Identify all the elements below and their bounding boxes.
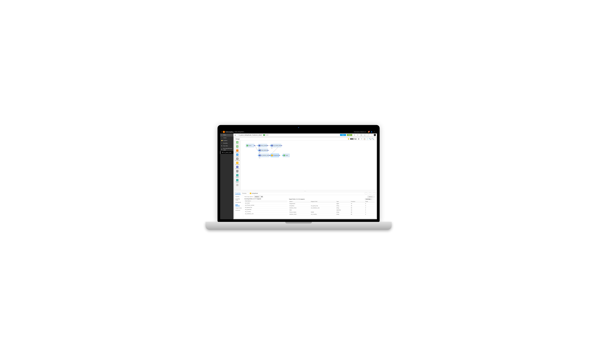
port-out[interactable] <box>281 145 282 146</box>
palette-filter[interactable]: ▽Filter <box>234 169 240 174</box>
sidetab-field-mapping[interactable]: Field Mapping <box>234 204 243 207</box>
layout-view-1-icon[interactable] <box>365 192 367 194</box>
sidetab-deduplicate[interactable]: Deduplicate <box>234 201 243 204</box>
kebab-menu-icon[interactable]: ⋮ <box>370 134 373 136</box>
close-icon[interactable]: ✕ <box>374 134 376 136</box>
port-out[interactable] <box>269 155 270 156</box>
zoom-out-icon[interactable]: 🔍- <box>372 138 375 140</box>
user-icon[interactable]: 👤 <box>370 131 373 133</box>
port-in[interactable] <box>258 155 259 156</box>
table-row[interactable]: out_Phone_number <box>244 204 287 206</box>
table-row[interactable]: Person_NameNAMEstring800 <box>289 211 375 213</box>
hierarchy-builder-icon: ⌬ <box>236 174 238 176</box>
delete-icon[interactable]: 🗑 <box>357 138 360 140</box>
undo-icon[interactable]: ⟲ <box>353 134 356 136</box>
copy-icon[interactable]: 📋 <box>363 138 366 140</box>
node-parse-address[interactable]: Parse_address f(x) ▸ <box>258 149 268 152</box>
table-row[interactable]: GroupKeyout_group_keystring300 <box>289 205 375 207</box>
col-precision[interactable]: Precision <box>350 200 365 203</box>
table-row[interactable]: out_postcode <box>244 208 287 211</box>
palette-hierarchy-builder[interactable]: ⌬Hierarchy Builder <box>234 174 240 178</box>
run-button[interactable]: Run <box>347 134 352 136</box>
sidebar-item-new[interactable]: ＋New... <box>220 134 234 136</box>
table-kebab-icon[interactable]: ⋮ <box>373 198 375 200</box>
sidebar-item-explore[interactable]: 📁Explore <box>220 139 234 142</box>
table-row[interactable]: Datedate/time299 <box>289 209 375 211</box>
sidebar-item-myjobs[interactable]: 🗎My Jobs <box>220 144 234 147</box>
lightbulb-icon[interactable]: 💡 <box>347 138 350 140</box>
table-row[interactable]: Address_Part1out_Address_Linestring800 <box>289 207 375 209</box>
layout-view-3-icon[interactable] <box>373 192 375 194</box>
export-icon[interactable]: ↗ <box>367 134 369 136</box>
node-parse-contact[interactable]: Parse_contact f(x) ▸ <box>258 144 267 147</box>
schedule-icon[interactable]: ⧉ <box>360 134 363 136</box>
table-row[interactable]: Address_Part2out_Countrystring800 <box>289 213 375 215</box>
notifications-icon[interactable]: 🔔0 <box>367 131 370 133</box>
port-in[interactable] <box>258 150 259 151</box>
grid-icon[interactable]: ▦ <box>354 138 357 140</box>
col-mapped[interactable]: Mapped Field <box>310 200 336 203</box>
save-button[interactable]: Save <box>340 134 346 136</box>
sidetab-general[interactable]: General <box>234 196 243 198</box>
col-scale[interactable]: Scale <box>365 200 375 203</box>
table-row[interactable]: out_email <box>244 202 287 204</box>
port-in[interactable] <box>258 145 259 146</box>
org-switcher[interactable]: Informatica Ireland Ltd ⌄ <box>354 131 367 133</box>
panel-splitter[interactable]: • • • <box>234 190 376 192</box>
table-row[interactable]: out_Country <box>244 211 287 212</box>
port-out[interactable] <box>267 145 267 146</box>
help-icon[interactable]: ? <box>373 131 376 133</box>
table-row[interactable]: out_Address_Line <box>244 212 287 215</box>
mapping-canvas[interactable]: Source ▸ Parse_contact f(x) ▸ <box>241 141 376 190</box>
open-tab[interactable]: × ▦ m_parse_deduplica... <box>220 151 234 154</box>
node-source[interactable]: Source ▸ <box>246 144 254 147</box>
menu-icon[interactable]: ≡ <box>221 131 222 133</box>
palette-cleanse[interactable]: ✦Cleanse <box>234 153 240 157</box>
tab-preview[interactable]: Preview <box>242 192 246 195</box>
sidebar-item-home[interactable]: ⌂Home <box>220 136 234 139</box>
port-in[interactable] <box>270 155 271 156</box>
port-in[interactable] <box>282 155 283 156</box>
add-button[interactable]: ＋ <box>236 134 238 136</box>
palette-deduplicate[interactable]: ⧉Deduplicate <box>234 161 240 165</box>
table-row[interactable]: out_group_key <box>244 206 287 208</box>
cut-icon[interactable]: ✂ <box>360 138 363 140</box>
automap-button[interactable]: Automap ⌄ <box>365 198 373 200</box>
palette-source[interactable]: ▤Source <box>234 141 240 145</box>
properties-tabs: Properties Preview Deduplicate <box>234 192 376 195</box>
zoom-in-icon[interactable]: 🔍+ <box>369 138 372 140</box>
port-in[interactable] <box>270 145 271 146</box>
close-tab-icon[interactable]: × <box>221 152 222 153</box>
node-deduplicate[interactable]: Deduplicate ▸ <box>271 154 279 157</box>
toggle-switch[interactable]: OFF <box>350 138 354 140</box>
sidetab-incoming[interactable]: Incoming Fields <box>234 198 243 201</box>
sidebar-item-import-export[interactable]: 🗎My Import/Export Logs <box>220 147 234 151</box>
node-exp-contact-edits[interactable]: exp_contact_edits f(x) ▸ <box>271 144 281 147</box>
product-switcher[interactable]: Data Integration <box>235 131 245 133</box>
palette-aggregator[interactable]: ΣAggregator <box>234 149 240 153</box>
col-type[interactable]: Type <box>336 200 350 203</box>
col-field-name[interactable]: Field Name▾ <box>244 200 287 202</box>
options-button[interactable]: Options ⌄ <box>367 196 375 198</box>
palette-target[interactable]: ▥Target <box>234 145 240 149</box>
paste-icon[interactable]: 📄 <box>366 138 369 140</box>
col-name[interactable]: Name▾ <box>289 200 310 203</box>
sidebar-item-bundles[interactable]: □Bundles <box>220 142 234 144</box>
table-row[interactable]: SequenceIdbigint190 <box>289 203 375 205</box>
node-exp-address-edits[interactable]: exp_address_edits f(x) ▸ <box>258 154 269 157</box>
sidetab-advanced[interactable]: Advanced <box>234 209 243 211</box>
palette-more[interactable]: ⋯ <box>234 183 240 187</box>
tab-properties[interactable]: Properties <box>235 192 241 195</box>
layout-view-2-icon[interactable] <box>369 192 371 194</box>
port-out[interactable] <box>279 155 279 156</box>
palette-hierarchy-parser[interactable]: ⌬Hierarchy Parser <box>234 178 240 183</box>
code-icon[interactable]: ⟨⟩ <box>363 134 366 136</box>
field-map-select[interactable]: Manual <box>254 196 263 198</box>
palette-masking[interactable]: ◧Data Masking <box>234 157 240 161</box>
node-target[interactable]: Target <box>283 154 290 157</box>
redo-icon[interactable]: ⟳ <box>356 134 359 136</box>
port-out[interactable] <box>254 145 255 146</box>
port-out[interactable] <box>267 150 268 151</box>
palette-expression[interactable]: fxExpression <box>234 165 240 169</box>
sidetab-output[interactable]: Output Fields <box>234 207 243 209</box>
